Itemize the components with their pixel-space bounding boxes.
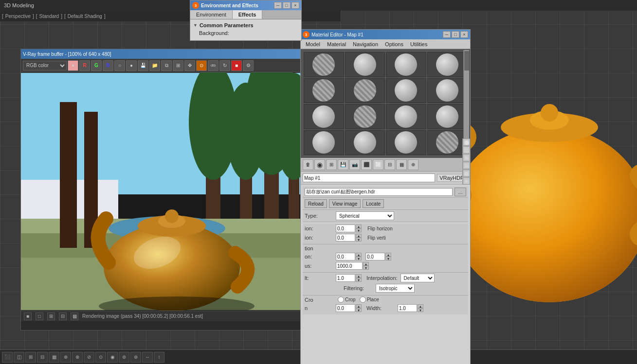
mat-place-radio[interactable]: [360, 296, 366, 303]
mat-width-down[interactable]: ▼: [418, 308, 423, 312]
sphere-cell-5[interactable]: [345, 78, 385, 104]
mat-menu-options[interactable]: Options: [382, 41, 406, 48]
vray-tool-move[interactable]: ✥: [184, 60, 195, 71]
mat-tool-render2[interactable]: ⬜: [373, 159, 383, 170]
mat-horiz-input[interactable]: [336, 225, 355, 232]
mat-menu-model[interactable]: Model: [303, 41, 323, 48]
bottom-btn-10[interactable]: ◉: [107, 352, 118, 363]
sphere-cell-11[interactable]: [427, 104, 468, 129]
mat-render-mult-input[interactable]: [336, 274, 355, 282]
mat-render-mult-down[interactable]: ▼: [356, 278, 362, 282]
vray-status-btn2[interactable]: □: [36, 312, 43, 320]
vray-tool-copy[interactable]: ⧉: [161, 60, 172, 71]
mat-vert-up-btn[interactable]: ▲: [356, 234, 362, 238]
mat-type-select[interactable]: Spherical: [336, 211, 394, 220]
mat-side-btn3[interactable]: ⊞: [463, 154, 470, 161]
vray-tool-r[interactable]: R: [79, 60, 90, 71]
sphere-cell-0[interactable]: [304, 52, 344, 77]
bottom-btn-2[interactable]: ◫: [14, 352, 24, 363]
vray-tool-color[interactable]: ●: [68, 60, 78, 71]
mat-mult-input[interactable]: [336, 262, 363, 270]
sphere-cell-12[interactable]: [304, 130, 344, 156]
vray-tool-dot[interactable]: ●: [126, 60, 137, 71]
bottom-btn-1[interactable]: ⬛: [2, 352, 13, 363]
mat-filtering-select[interactable]: Isotropic: [376, 284, 415, 293]
sphere-cell-6[interactable]: [386, 78, 426, 104]
mat-view-image-button[interactable]: View image: [329, 199, 361, 208]
sphere-cell-4[interactable]: [304, 78, 344, 104]
vray-status-btn1[interactable]: ■: [24, 312, 32, 320]
mat-tool-sphere[interactable]: ◉: [314, 159, 325, 170]
bottom-btn-4[interactable]: ⊟: [37, 352, 48, 363]
mat-rot-y-down[interactable]: ▼: [385, 257, 391, 260]
mat-vert-down-btn[interactable]: ▼: [356, 238, 362, 242]
mat-tool-grid[interactable]: ⊞: [326, 159, 337, 170]
bottom-btn-7[interactable]: ⊗: [72, 352, 83, 363]
mat-tool-delete[interactable]: 🗑: [303, 159, 313, 170]
bottom-btn-12[interactable]: ⊛: [130, 352, 141, 363]
mat-side-btn6[interactable]: ⊕: [463, 177, 470, 185]
vray-tool-folder[interactable]: 📁: [149, 60, 160, 71]
sphere-cell-10[interactable]: [386, 104, 426, 129]
mat-tool-render1[interactable]: ⬛: [361, 159, 372, 170]
vray-tool-refresh[interactable]: ↻: [219, 60, 230, 71]
vray-tool-g[interactable]: G: [91, 60, 102, 71]
sphere-cell-14[interactable]: [386, 130, 426, 156]
mat-menu-navigation[interactable]: Navigation: [350, 41, 381, 48]
vray-tool-b[interactable]: B: [103, 60, 113, 71]
vray-tool-save[interactable]: 💾: [138, 60, 148, 71]
env-tab-effects[interactable]: Effects: [233, 10, 263, 19]
mat-u-down[interactable]: ▼: [356, 308, 362, 312]
sphere-cell-8[interactable]: [304, 104, 344, 129]
mat-browse-button[interactable]: …: [455, 188, 466, 196]
bottom-btn-8[interactable]: ⊘: [84, 352, 94, 363]
env-maximize-button[interactable]: □: [283, 2, 291, 9]
bottom-btn-3[interactable]: ⊞: [25, 352, 36, 363]
bottom-btn-14[interactable]: ↕: [154, 352, 164, 363]
mat-side-btn1[interactable]: ⬤: [463, 139, 470, 146]
mat-rot-x-input[interactable]: [336, 253, 355, 260]
mat-horiz-up-btn[interactable]: ▲: [356, 225, 362, 228]
bottom-btn-5[interactable]: ▦: [49, 352, 59, 363]
vray-tool-stop[interactable]: ■: [231, 60, 242, 71]
sphere-cell-9[interactable]: [345, 104, 385, 129]
vray-status-btn3[interactable]: ⊞: [47, 312, 55, 320]
vray-tool-zoom[interactable]: ⊞: [173, 60, 183, 71]
bottom-btn-9[interactable]: ⊙: [95, 352, 106, 363]
mat-tool-extra2[interactable]: ▦: [396, 159, 407, 170]
mat-rot-x-down[interactable]: ▼: [356, 257, 362, 260]
mat-rot-y-input[interactable]: [365, 253, 385, 260]
mat-file-path-input[interactable]: [305, 188, 453, 196]
bottom-btn-6[interactable]: ⊕: [60, 352, 71, 363]
mat-width-input[interactable]: [398, 304, 417, 312]
vray-tool-db[interactable]: dib: [208, 60, 218, 71]
mat-tool-camera[interactable]: 📷: [349, 159, 360, 170]
mat-vert-input[interactable]: [336, 234, 355, 242]
bottom-btn-11[interactable]: ⊚: [119, 352, 129, 363]
vray-tool-circle[interactable]: ○: [114, 60, 125, 71]
mat-side-btn4[interactable]: ⊟: [463, 162, 470, 169]
mat-tool-extra1[interactable]: ⊟: [384, 159, 395, 170]
mat-tool-save[interactable]: 💾: [338, 159, 348, 170]
mat-mult-up[interactable]: ▲: [363, 262, 369, 266]
mat-horiz-down-btn[interactable]: ▼: [356, 228, 362, 232]
mat-interpolation-select[interactable]: Default: [400, 274, 435, 282]
vray-tool-extra[interactable]: ⚙: [243, 60, 254, 71]
mat-maximize-button[interactable]: □: [452, 31, 459, 38]
sphere-cell-1[interactable]: [345, 52, 385, 77]
mat-name-input[interactable]: [303, 173, 435, 182]
env-minimize-button[interactable]: ─: [274, 2, 282, 9]
mat-rot-x-up[interactable]: ▲: [356, 253, 362, 257]
mat-render-mult-up[interactable]: ▲: [356, 274, 362, 278]
mat-locate-button[interactable]: Locate: [363, 199, 384, 208]
mat-mult-down[interactable]: ▼: [363, 266, 369, 270]
spheres-scrollbar-thumb[interactable]: [464, 51, 469, 70]
vray-status-btn4[interactable]: ⊟: [59, 312, 67, 320]
sphere-cell-3[interactable]: [427, 52, 468, 77]
mat-close-button[interactable]: ×: [460, 31, 468, 38]
mat-minimize-button[interactable]: ─: [443, 31, 451, 38]
mat-rot-y-up[interactable]: ▲: [385, 253, 391, 257]
mat-reload-button[interactable]: Reload: [305, 199, 327, 208]
mat-tool-extra3[interactable]: ⊕: [408, 159, 419, 170]
mat-crop-radio[interactable]: [338, 296, 344, 303]
